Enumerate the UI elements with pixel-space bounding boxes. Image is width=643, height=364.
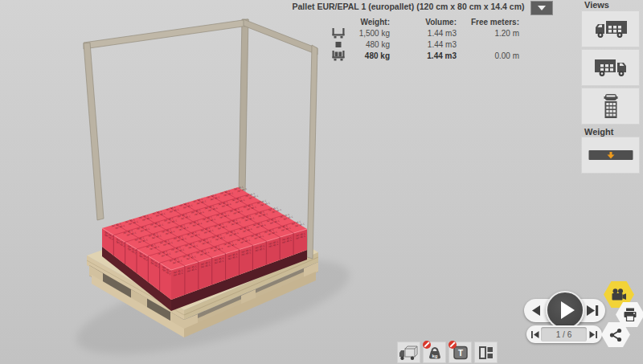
truck-top-icon [592,93,629,119]
t-text: T [457,349,462,358]
step-forward-button[interactable] [587,305,599,316]
col-free-meters: Free meters: [457,18,519,27]
truck-side-left-icon [592,18,629,40]
first-step-button[interactable] [531,331,539,338]
view-truck-top-button[interactable] [581,88,640,125]
step-back-button[interactable] [531,305,541,316]
max-free-meters: 1.20 m [457,29,519,38]
pallet-loaded-icon [328,51,349,61]
cargo-volume: 1.44 m3 [390,40,457,49]
loaded-volume: 1.44 m3 [390,51,457,60]
loaded-free-meters: 0.00 m [457,51,519,60]
axle-weight-button[interactable] [581,137,640,174]
video-camera-icon [611,288,627,301]
pallet-max-icon [328,28,349,39]
views-label: Views [584,0,609,10]
kg-text: kg [432,353,437,358]
axle-weight-icon [588,149,633,161]
loaded-weight: 480 kg [349,51,390,60]
last-step-button[interactable] [589,331,597,338]
share-icon [608,328,623,342]
col-volume: Volume: [390,18,457,27]
truck-visibility-button[interactable] [397,342,420,363]
disabled-badge-icon [423,341,431,349]
pallet-select-dropdown[interactable] [530,1,553,15]
cargo-weight: 480 kg [349,40,390,49]
printer-icon [623,308,637,321]
disabled-badge-icon [448,341,457,349]
view-truck-side-right-button[interactable] [581,49,640,86]
layout-groups-icon [477,344,495,362]
col-weight: Weight: [349,18,390,27]
max-weight: 1,500 kg [349,29,390,38]
height-frame-post [307,45,317,259]
layout-groups-button[interactable] [474,342,498,363]
weight-label: Weight [584,127,613,137]
stats-table: Weight: Volume: Free meters: 1,500 kg 1.… [328,16,519,61]
step-counter-pill: 1 / 6 [526,325,602,343]
play-icon [561,301,575,319]
weight-labels-toggle-button[interactable]: kg [423,342,446,363]
view-truck-side-left-button[interactable] [581,10,640,47]
max-volume: 1.44 m3 [390,29,457,38]
app-window: 787-45-C787-45-C787-45-C787-45-C787-45-C… [0,0,643,364]
truck-visibility-icon [399,345,420,361]
pallet-title: Pallet EUR/EPAL 1 (europallet) (120 cm x… [288,2,529,11]
chevron-down-icon [538,6,546,10]
height-frame [84,19,317,220]
play-button[interactable] [546,291,584,329]
step-counter: 1 / 6 [541,327,587,342]
text-labels-toggle-button[interactable]: T [448,342,472,363]
truck-side-right-icon [592,56,629,79]
cargo-item-icon [328,39,349,50]
